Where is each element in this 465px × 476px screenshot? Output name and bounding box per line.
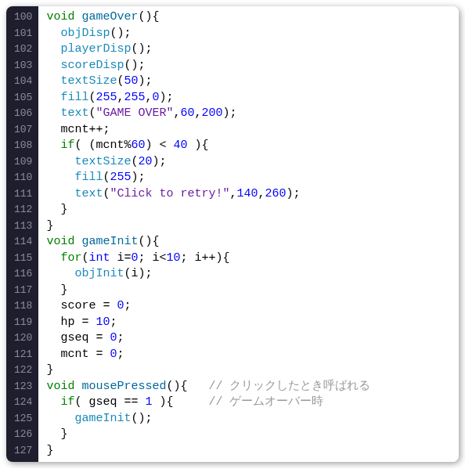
token-num: 10 xyxy=(167,251,181,265)
token-plain: ; i< xyxy=(139,251,167,265)
token-num: 10 xyxy=(96,316,110,329)
code-line: if( gseq == 1 ){ // ゲームオーバー時 xyxy=(46,395,451,411)
code-line: void gameOver(){ xyxy=(46,9,451,26)
line-number: 108 xyxy=(14,138,32,154)
token-kw: void xyxy=(46,380,74,393)
code-line: text("Click to retry!",140,260); xyxy=(46,186,451,203)
token-plain: ( gseq == xyxy=(74,395,145,409)
token-cmt: // ゲームオーバー時 xyxy=(208,395,323,409)
line-number: 104 xyxy=(14,74,32,90)
line-number: 122 xyxy=(14,362,32,379)
token-num: 60 xyxy=(181,106,195,120)
token-plain: (i); xyxy=(124,267,152,280)
line-number: 109 xyxy=(14,154,32,171)
token-plain: ); xyxy=(287,187,301,200)
token-plain xyxy=(46,171,74,184)
token-plain: } xyxy=(46,363,53,377)
token-plain xyxy=(46,27,60,40)
token-num: 20 xyxy=(138,155,152,168)
line-number: 101 xyxy=(14,26,32,42)
code-line: mcnt++; xyxy=(46,122,451,139)
code-line: } xyxy=(46,443,451,460)
code-content: void gameOver(){ objDisp(); playerDisp()… xyxy=(38,6,459,462)
line-number: 114 xyxy=(14,234,32,251)
token-plain: ; xyxy=(117,331,124,344)
token-plain: ); xyxy=(152,155,166,168)
line-number: 107 xyxy=(14,122,32,139)
token-plain: (); xyxy=(124,59,145,72)
token-plain: ; i++){ xyxy=(181,251,230,265)
token-plain xyxy=(46,74,60,88)
token-plain: , xyxy=(146,91,153,104)
token-plain: mcnt = xyxy=(46,348,110,361)
token-plain xyxy=(46,267,74,280)
token-plain: ); xyxy=(131,171,145,184)
token-plain: mcnt++; xyxy=(46,123,110,136)
line-number: 106 xyxy=(14,106,32,122)
token-num: 255 xyxy=(110,171,131,184)
code-line: gameInit(); xyxy=(46,411,451,427)
code-line: } xyxy=(46,283,451,299)
code-line: } xyxy=(46,202,451,218)
token-plain xyxy=(46,139,60,152)
token-type: int xyxy=(88,251,110,265)
token-kw: for xyxy=(60,251,81,265)
token-fn2: objDisp xyxy=(60,27,110,40)
token-kw: if xyxy=(60,139,74,152)
code-line: fill(255); xyxy=(46,170,451,186)
token-plain: hp = xyxy=(46,316,96,329)
token-plain: } xyxy=(46,283,67,297)
token-plain: , xyxy=(229,187,236,200)
token-cmt: // クリックしたとき呼ばれる xyxy=(208,380,370,393)
token-fn2: objInit xyxy=(74,267,124,280)
token-plain: ; xyxy=(110,316,117,329)
token-plain: (){ xyxy=(166,380,208,393)
code-line: playerDisp(); xyxy=(46,41,451,58)
line-number: 119 xyxy=(14,315,32,331)
line-number: 124 xyxy=(14,395,32,411)
token-plain: , xyxy=(195,106,202,120)
line-number: 125 xyxy=(14,411,32,427)
token-plain xyxy=(46,59,60,72)
token-plain: } xyxy=(46,427,67,441)
token-num: 60 xyxy=(131,139,145,152)
token-fn2: textSize xyxy=(60,74,117,88)
token-plain xyxy=(46,251,60,265)
line-number-gutter: 1001011021031041051061071081091101111121… xyxy=(6,6,38,462)
token-plain: i= xyxy=(110,251,131,265)
code-line: } xyxy=(46,427,451,443)
token-plain xyxy=(46,155,74,168)
token-num: 0 xyxy=(131,251,138,265)
code-line: textSize(50); xyxy=(46,74,451,90)
code-line: score = 0; xyxy=(46,298,451,315)
code-block: 1001011021031041051061071081091101111121… xyxy=(6,6,459,462)
code-line: for(int i=0; i<10; i++){ xyxy=(46,251,451,267)
token-kw: if xyxy=(60,395,74,409)
token-fn2: fill xyxy=(60,91,88,104)
token-plain: ; xyxy=(117,348,124,361)
token-plain xyxy=(46,42,60,56)
code-line: void mousePressed(){ // クリックしたとき呼ばれる xyxy=(46,379,451,395)
token-plain: } xyxy=(46,219,53,233)
code-line: objDisp(); xyxy=(46,26,451,42)
token-num: 200 xyxy=(202,106,223,120)
line-number: 100 xyxy=(14,9,32,26)
token-plain: gseq = xyxy=(46,331,110,344)
token-plain: ){ xyxy=(152,395,208,409)
token-kw: void xyxy=(46,10,74,23)
token-fn: gameOver xyxy=(81,10,138,23)
line-number: 105 xyxy=(14,90,32,106)
line-number: 113 xyxy=(14,218,32,235)
token-plain xyxy=(46,187,74,200)
code-line: } xyxy=(46,218,451,235)
code-line: objInit(i); xyxy=(46,266,451,283)
token-plain: score = xyxy=(46,299,117,312)
token-plain: ); xyxy=(223,106,237,120)
token-plain: (){ xyxy=(138,235,159,248)
token-str: "GAME OVER" xyxy=(96,106,173,120)
token-plain: } xyxy=(46,444,53,457)
token-plain: ); xyxy=(138,74,152,88)
token-fn2: fill xyxy=(74,171,103,184)
code-line: hp = 10; xyxy=(46,315,451,331)
line-number: 118 xyxy=(14,298,32,315)
